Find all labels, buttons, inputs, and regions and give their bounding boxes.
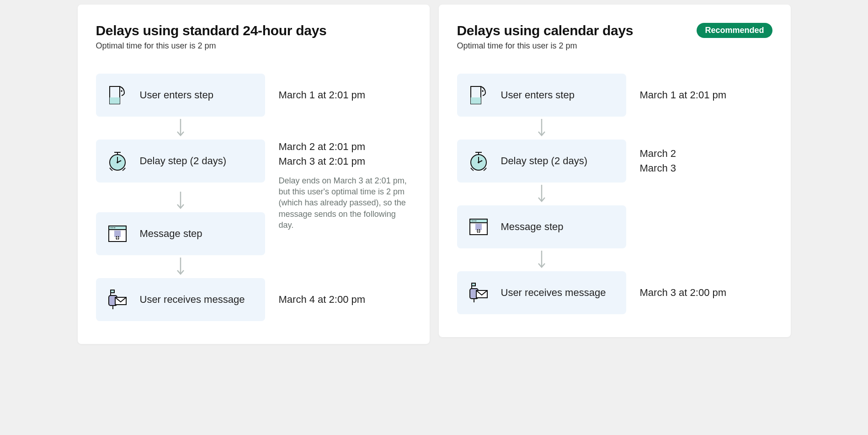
window-icon: [467, 215, 490, 238]
timestamp: March 1 at 2:01 pm: [640, 88, 772, 102]
svg-rect-50: [472, 283, 475, 286]
svg-point-33: [478, 161, 479, 163]
step-col: User receives message: [457, 271, 626, 314]
svg-rect-42: [475, 224, 482, 230]
step-box-receives: User receives message: [457, 271, 626, 314]
step-col: User enters step: [96, 74, 265, 117]
step-box-receives: User receives message: [96, 278, 265, 321]
right-col: [640, 205, 772, 248]
step-label: Delay step (2 days): [140, 155, 227, 167]
arrow-down-icon: [96, 117, 265, 140]
arrow-row: [457, 183, 772, 205]
mailbox-icon: [106, 288, 129, 311]
flow-row: User receives message March 4 at 2:00 pm: [96, 278, 411, 321]
flow: User enters step March 1 at 2:01 pm Dela…: [96, 74, 411, 321]
panel-title: Delays using standard 24-hour days: [96, 23, 327, 38]
flow-row: User receives message March 3 at 2:00 pm: [457, 271, 772, 314]
user-icon: [467, 84, 490, 107]
svg-point-41: [475, 220, 476, 221]
timestamp: March 4 at 2:00 pm: [279, 292, 411, 307]
panel-header: Delays using calendar days Optimal time …: [457, 23, 772, 51]
svg-point-13: [111, 227, 112, 228]
clock-icon: [467, 150, 490, 172]
arrow-down-icon: [457, 248, 626, 271]
panel-subtitle: Optimal time for this user is 2 pm: [96, 41, 327, 51]
svg-point-40: [474, 220, 474, 221]
flow-row: User enters step March 1 at 2:01 pm: [457, 74, 772, 117]
svg-rect-1: [110, 97, 120, 104]
right-col: March 1 at 2:01 pm: [279, 74, 411, 117]
step-col: Message step: [96, 212, 265, 255]
right-col: March 4 at 2:00 pm: [279, 278, 411, 321]
svg-point-2: [121, 90, 122, 92]
panel-titles: Delays using calendar days Optimal time …: [457, 23, 634, 51]
step-box-message: Message step: [96, 212, 265, 255]
svg-point-14: [112, 227, 113, 228]
svg-rect-16: [114, 231, 121, 237]
flow: User enters step March 1 at 2:01 pm Dela…: [457, 74, 772, 314]
flow-row: Message step: [457, 205, 772, 248]
svg-point-39: [472, 220, 473, 221]
step-box-user-enters: User enters step: [96, 74, 265, 117]
timestamp: March 3 at 2:00 pm: [640, 285, 772, 300]
clock-icon: [106, 150, 129, 172]
panel-subtitle: Optimal time for this user is 2 pm: [457, 41, 634, 51]
step-label: Message step: [140, 228, 202, 240]
step-box-delay: Delay step (2 days): [457, 140, 626, 183]
user-icon: [106, 84, 129, 107]
right-col: [279, 212, 411, 255]
svg-point-28: [482, 90, 484, 92]
step-label: User enters step: [140, 89, 213, 101]
timestamp: March 3 at 2:01 pm: [279, 154, 411, 169]
step-label: Delay step (2 days): [501, 155, 588, 167]
mailbox-icon: [467, 281, 490, 304]
arrow-row: [96, 117, 411, 140]
svg-rect-24: [111, 290, 114, 293]
svg-point-7: [117, 161, 118, 163]
step-box-message: Message step: [457, 205, 626, 248]
step-label: Message step: [501, 221, 564, 233]
right-col: March 3 at 2:00 pm: [640, 271, 772, 314]
arrow-down-icon: [96, 189, 265, 212]
recommended-badge: Recommended: [697, 23, 772, 38]
arrow-row: [457, 117, 772, 140]
window-icon: [106, 222, 129, 245]
arrow-row: [96, 255, 411, 278]
step-col: Delay step (2 days): [457, 140, 626, 183]
step-col: Message step: [457, 205, 626, 248]
step-col: Delay step (2 days): [96, 140, 265, 183]
panel-titles: Delays using standard 24-hour days Optim…: [96, 23, 327, 51]
step-label: User receives message: [140, 294, 245, 306]
step-box-user-enters: User enters step: [457, 74, 626, 117]
svg-rect-27: [471, 97, 481, 104]
flow-row: User enters step March 1 at 2:01 pm: [96, 74, 411, 117]
flow-row: Message step: [96, 212, 411, 255]
timestamp: March 3: [640, 161, 772, 176]
panel-calendar-days: Delays using calendar days Optimal time …: [439, 5, 791, 337]
arrow-down-icon: [457, 183, 626, 205]
arrow-row: [457, 248, 772, 271]
flow-row: Delay step (2 days) March 2 March 3: [457, 140, 772, 183]
arrow-down-icon: [457, 117, 626, 140]
step-col: User enters step: [457, 74, 626, 117]
step-box-delay: Delay step (2 days): [96, 140, 265, 183]
timestamp: March 2 at 2:01 pm: [279, 140, 411, 154]
arrow-down-icon: [96, 255, 265, 278]
panel-header: Delays using standard 24-hour days Optim…: [96, 23, 411, 51]
svg-point-15: [114, 227, 115, 228]
step-col: User receives message: [96, 278, 265, 321]
timestamp: March 1 at 2:01 pm: [279, 88, 411, 102]
step-label: User receives message: [501, 287, 606, 299]
right-col: March 1 at 2:01 pm: [640, 74, 772, 117]
panel-standard-days: Delays using standard 24-hour days Optim…: [78, 5, 430, 344]
panel-title: Delays using calendar days: [457, 23, 634, 38]
timestamp: March 2: [640, 146, 772, 161]
step-label: User enters step: [501, 89, 575, 101]
right-col: March 2 March 3: [640, 140, 772, 183]
